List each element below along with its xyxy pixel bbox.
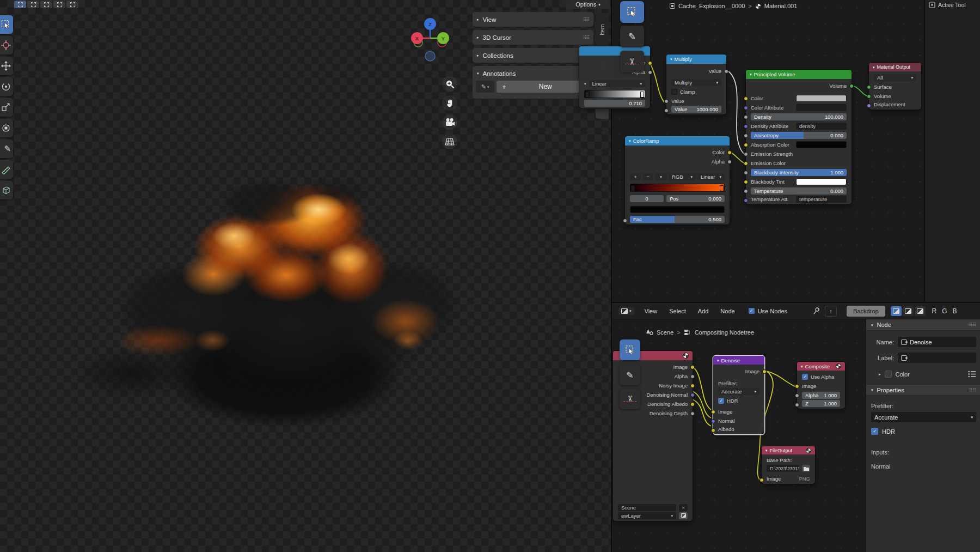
tool-move-button[interactable] — [0, 57, 13, 75]
colorramp-header[interactable]: ▾ ColorRamp — [625, 136, 730, 145]
hdr-checkbox[interactable]: ✓ — [718, 398, 724, 404]
multiply-header[interactable]: ▾ Multiply — [666, 54, 726, 64]
material-output-header[interactable]: ▾ Material Output — [869, 63, 921, 71]
volume-socket[interactable] — [867, 94, 871, 99]
zoom-button[interactable] — [442, 76, 457, 92]
panel-collections[interactable]: ▸ Collections ⠿⠿ — [473, 48, 593, 63]
shader-editor[interactable]: Cache_Explosion__0000 > Material.001 Col… — [611, 0, 924, 303]
denoise-node[interactable]: ▾ Denoise Image Prefilter: Accurate ▾ — [713, 356, 764, 434]
principled-volume-node[interactable]: ▾ Principled Volume Volume Color Color A… — [746, 70, 852, 204]
3d-viewport[interactable]: Options ▾ ✎ — [0, 0, 611, 552]
blackbody-tint-swatch[interactable] — [796, 178, 847, 185]
annotation-new-button[interactable]: + New — [497, 81, 590, 93]
denoising-depth-output-socket[interactable] — [690, 411, 695, 416]
add-stop-button[interactable]: + — [630, 173, 641, 180]
target-dropdown[interactable]: All ▾ — [874, 74, 916, 81]
select-mode-invert-button[interactable] — [53, 1, 65, 8]
color-socket[interactable] — [744, 96, 748, 101]
tool-measure-button[interactable] — [0, 160, 13, 179]
use-alpha-checkbox[interactable]: ✓ — [802, 374, 808, 380]
gradient-stop[interactable] — [631, 185, 635, 191]
blackbody-intensity-slider[interactable]: Blackbody Intensity 1.000 — [751, 169, 847, 176]
denoising-normal-output-socket[interactable] — [690, 393, 695, 397]
multiply-node[interactable]: ▾ Multiply Value Multiply ▾ Clamp Value — [666, 54, 726, 114]
gradient-stop[interactable] — [585, 92, 589, 98]
tool-add-cube-button[interactable] — [0, 181, 13, 199]
scene-unlink-button[interactable]: × — [679, 504, 688, 511]
backdrop-channel-alpha-button[interactable] — [915, 306, 926, 316]
color-output-socket[interactable] — [727, 150, 732, 155]
go-to-parent-button[interactable]: ↑ — [825, 306, 837, 317]
normal-input-socket[interactable] — [711, 419, 715, 423]
composite-header[interactable]: ▾ Composite — [797, 362, 845, 371]
pan-button[interactable] — [442, 95, 457, 111]
z-slider[interactable]: Z 1.000 — [802, 400, 840, 407]
view-layer-field[interactable]: ewLayer ▾ — [618, 512, 676, 519]
principled-volume-header[interactable]: ▾ Principled Volume — [746, 70, 852, 79]
displacement-socket[interactable] — [867, 104, 871, 108]
active-tool-label[interactable]: Active Tool — [938, 2, 966, 8]
breadcrumb-material-name[interactable]: Material.001 — [764, 3, 798, 9]
chevron-right-icon[interactable]: ▸ — [879, 372, 881, 376]
temperature-attribute-field[interactable]: temperature — [796, 196, 847, 203]
alpha-input-socket[interactable] — [795, 393, 799, 398]
hdr-checkbox[interactable]: ✓ — [871, 428, 878, 435]
gradient-stop[interactable] — [640, 92, 644, 98]
properties-section-header[interactable]: ▾ Properties ⠿⠿ — [866, 384, 980, 396]
image-output-socket[interactable] — [762, 369, 767, 374]
panel-view[interactable]: ▸ View ⠿⠿ — [473, 12, 593, 27]
scene-field[interactable]: Scene — [618, 504, 676, 511]
value-slider[interactable]: Value 1000.000 — [671, 106, 721, 113]
comp-tool-annotate-button[interactable]: ✎ — [620, 365, 640, 385]
image-output-socket[interactable] — [690, 365, 695, 369]
channel-g-button[interactable]: G — [942, 307, 947, 315]
color-attribute-field[interactable] — [796, 104, 847, 111]
properties-editor[interactable]: Active Tool — [924, 0, 980, 303]
anisotropy-socket[interactable] — [744, 134, 748, 138]
color-swatch[interactable] — [796, 95, 847, 102]
panel-annotations-header[interactable]: ▾ Annotations ⠿⠿ — [473, 66, 593, 81]
name-field[interactable]: Denoise — [898, 337, 976, 347]
annotation-data-dropdown[interactable]: ✎ ▾ — [476, 81, 494, 93]
panel-3d-cursor[interactable]: ▸ 3D Cursor ⠿⠿ — [473, 30, 593, 45]
value-input-socket[interactable] — [664, 99, 669, 104]
colorramp-node[interactable]: ▾ ColorRamp Color Alpha + − ▾ RGB ▾ — [625, 136, 730, 225]
tool-rotate-button[interactable] — [0, 77, 13, 96]
composite-node[interactable]: ▾ Composite ✓ Use Alpha Image Alpha 1. — [797, 362, 845, 409]
backdrop-button[interactable]: Backdrop — [847, 306, 885, 317]
gradient-bar[interactable] — [584, 90, 645, 98]
anisotropy-slider[interactable]: Anisotropy 0.000 — [751, 132, 847, 139]
absorption-color-swatch[interactable] — [796, 141, 847, 148]
navigation-gizmo[interactable]: Z X Y — [407, 13, 457, 65]
position-slider[interactable]: 0.710 — [584, 100, 645, 107]
density-attribute-socket[interactable] — [744, 124, 748, 129]
select-mode-extend-button[interactable] — [27, 1, 39, 8]
alpha-slider[interactable]: Alpha 1.000 — [802, 392, 840, 399]
color-preset-swatch[interactable] — [885, 371, 892, 378]
list-icon[interactable] — [968, 371, 976, 378]
interpolation-dropdown[interactable]: Linear ▾ — [589, 80, 645, 87]
use-nodes-checkbox[interactable]: ✓ — [749, 308, 755, 314]
tool-select-box-button[interactable] — [0, 15, 13, 34]
channel-b-button[interactable]: B — [953, 307, 958, 315]
perspective-toggle-button[interactable] — [442, 134, 457, 149]
label-field[interactable] — [898, 353, 976, 363]
absorption-color-socket[interactable] — [744, 143, 748, 147]
z-input-socket[interactable] — [795, 403, 799, 407]
gradient-stop[interactable] — [720, 185, 724, 191]
file-output-node[interactable]: ▾ FileOutput Base Path: D:\2023\230130_S… — [762, 446, 815, 484]
surface-socket[interactable] — [867, 85, 871, 89]
emission-color-socket[interactable] — [744, 161, 748, 166]
select-mode-new-button[interactable] — [14, 1, 26, 8]
comp-tool-select-button[interactable] — [620, 339, 640, 360]
blackbody-tint-socket[interactable] — [744, 180, 748, 184]
compositor-canvas[interactable]: Scene > Compositing Nodetree Image — [612, 319, 866, 552]
menu-select[interactable]: Select — [663, 308, 692, 314]
browse-folder-button[interactable] — [802, 465, 810, 472]
alpha-output-socket[interactable] — [690, 374, 695, 379]
gradient-bar[interactable] — [630, 184, 725, 192]
alpha-output-socket[interactable] — [727, 160, 732, 164]
temperature-slider[interactable]: Temperature 0.000 — [751, 187, 847, 195]
drag-handle-icon[interactable]: ⠿⠿ — [583, 35, 589, 40]
shader-tool-annotate-button[interactable]: ✎ — [620, 26, 644, 47]
